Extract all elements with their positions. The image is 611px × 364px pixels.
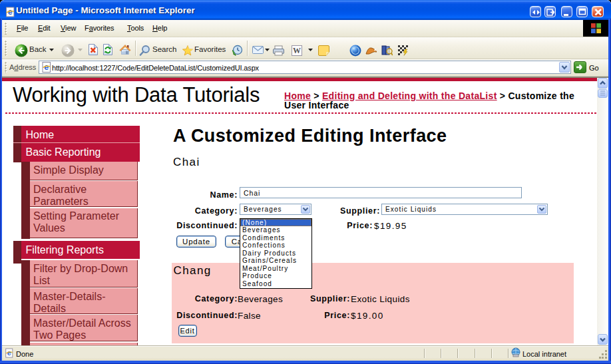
svg-text:e: e <box>44 63 49 72</box>
svg-text:W: W <box>293 46 301 55</box>
svg-text:e: e <box>8 7 13 17</box>
